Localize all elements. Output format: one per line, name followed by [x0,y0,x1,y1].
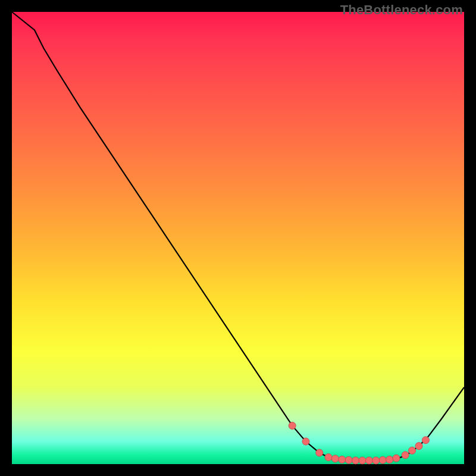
curve-marker [302,438,309,445]
curve-marker [415,443,422,450]
curve-marker [345,456,352,464]
chart-frame: TheBottleneck.com [0,0,476,476]
curve-line [12,12,464,461]
curve-marker [386,456,393,463]
curve-marker [316,449,323,456]
curve-marker [379,456,386,464]
curve-marker [325,454,332,461]
plot-area [12,12,464,464]
curve-marker [331,455,339,462]
bottleneck-curve [12,12,464,464]
curve-marker [289,422,296,429]
curve-marker [422,437,429,444]
curve-marker [359,457,366,464]
curve-marker [409,447,416,454]
curve-marker [393,455,400,462]
watermark-label: TheBottleneck.com [340,2,463,18]
curve-marker [352,457,359,464]
curve-marker [339,456,346,463]
curve-markers [289,422,429,464]
curve-marker [402,452,409,459]
curve-marker [372,457,380,464]
curve-marker [365,457,372,464]
